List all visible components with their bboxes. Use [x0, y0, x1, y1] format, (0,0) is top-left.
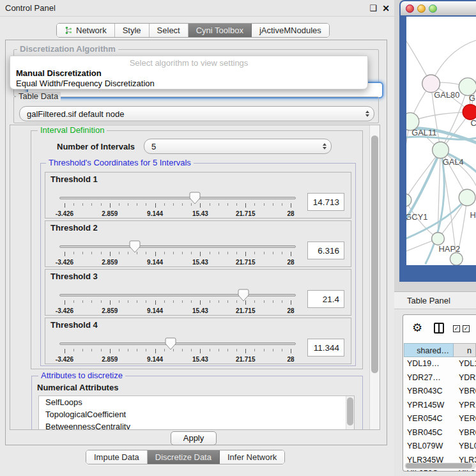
threshold-slider[interactable]: -3.4262.8599.14415.4321.71528 [59, 192, 296, 219]
tab-cyni-toolbox[interactable]: Cyni Toolbox [188, 24, 252, 37]
threshold-slider[interactable]: -3.4262.8599.14415.4321.71528 [59, 240, 296, 267]
network-node[interactable] [432, 233, 445, 245]
minimize-traffic-light-icon[interactable] [417, 4, 426, 13]
columns-icon[interactable] [434, 323, 444, 334]
slider-ticks [65, 252, 291, 257]
table-row[interactable]: YBR045CYBR0 [404, 426, 476, 440]
tab-discretize-data[interactable]: Discretize Data [148, 450, 220, 464]
algorithm-option[interactable]: Manual Discretization [10, 68, 367, 79]
table-header-row: shared… n [404, 343, 476, 357]
settings-scrollbar[interactable] [369, 125, 380, 429]
tab-jactivemnodules[interactable]: jActiveMNodules [252, 24, 329, 37]
attribute-item[interactable]: SelfLoops [39, 396, 354, 408]
threshold-panel: Threshold 4 -3.4262.8599.14415.4321.7152… [45, 318, 351, 364]
cell-name: YBL0 [454, 440, 476, 454]
deselect-all-checkbox-icon[interactable]: ✓ [463, 325, 470, 332]
cell-name: YPR1 [454, 399, 476, 413]
network-node[interactable] [406, 194, 411, 206]
attributes-scrollbar[interactable] [346, 396, 354, 430]
control-panel-titlebar: Control Panel ❑ ✕ [0, 0, 394, 17]
numerical-attributes-list[interactable]: SelfLoopsTopologicalCoefficientBetweenne… [38, 395, 355, 430]
slider-thumb[interactable] [189, 192, 201, 204]
table-data-group: galFiltered.sif default node [13, 96, 379, 123]
slider-thumb[interactable] [129, 240, 141, 253]
node-table: ⚙ ✓ ✓ shared… n YDL19…YDL1YDR27…YDR2YBR0… [403, 314, 476, 472]
node-label: GAL11 [411, 128, 436, 137]
network-view-window: GAL80GCGAL11GAL4GCY1HHAP2 [399, 0, 476, 282]
zoom-traffic-light-icon[interactable] [429, 4, 437, 13]
cell-shared-name: YDR27… [404, 371, 454, 385]
screenshot-root: Control Panel ❑ ✕ NetworkStyleSelectCyni… [0, 0, 476, 476]
algorithm-option[interactable]: Equal Width/Frequency Discretization [10, 79, 367, 89]
table-data-value: galFiltered.sif default node [20, 109, 362, 119]
select-all-checkbox-icon[interactable]: ✓ [453, 325, 460, 332]
slider-track[interactable] [59, 245, 296, 248]
tab-infer-network[interactable]: Infer Network [220, 450, 284, 464]
threshold-panel: Threshold 3 -3.4262.8599.14415.4321.7152… [45, 269, 351, 316]
tab-select[interactable]: Select [150, 24, 188, 37]
apply-button[interactable]: Apply [171, 431, 217, 445]
column-header-name[interactable]: n [454, 343, 476, 357]
interval-definition-title: Interval Definition [38, 126, 107, 135]
tab-label: jActiveMNodules [259, 24, 321, 37]
number-of-intervals-label: Number of Intervals [57, 141, 135, 153]
network-icon [65, 26, 73, 35]
number-of-intervals-combobox[interactable]: 5 [144, 139, 332, 154]
network-node[interactable] [433, 142, 449, 158]
network-node[interactable] [459, 189, 475, 206]
slider-ticks [65, 300, 291, 305]
table-data-combobox[interactable]: galFiltered.sif default node [19, 106, 374, 121]
table-row[interactable]: YPR145WYPR1 [404, 399, 476, 413]
table-row[interactable]: YBR043CYBR0 [404, 385, 476, 399]
node-label: C [470, 118, 476, 128]
attribute-item[interactable]: TopologicalCoefficient [39, 408, 354, 420]
threshold-value-field[interactable]: 21.4 [307, 290, 344, 308]
attribute-items: SelfLoopsTopologicalCoefficientBetweenne… [39, 396, 354, 430]
table-horizontal-scrollbar[interactable] [404, 463, 476, 469]
tab-style[interactable]: Style [115, 24, 150, 37]
discretization-algorithm-group-title: Discretization Algorithm [17, 45, 118, 54]
tab-network[interactable]: Network [57, 24, 115, 37]
float-window-icon[interactable]: ❑ [367, 0, 379, 17]
table-row[interactable]: YBL079WYBL0 [404, 440, 476, 454]
table-row[interactable]: YDL19…YDL1 [404, 357, 476, 371]
threshold-slider[interactable]: -3.4262.8599.14415.4321.71528 [59, 289, 296, 316]
slider-track[interactable] [59, 294, 296, 296]
table-row[interactable]: YDR27…YDR2 [404, 371, 476, 385]
threshold-label: Threshold 1 [50, 174, 98, 184]
threshold-value-field[interactable]: 11.344 [307, 339, 344, 357]
slider-ticks [65, 349, 291, 354]
node-label: GAL80 [434, 90, 459, 100]
network-window-titlebar [401, 1, 476, 15]
network-node[interactable] [463, 105, 476, 120]
slider-thumb[interactable] [165, 337, 176, 350]
table-row[interactable]: YER054CYER0 [404, 412, 476, 426]
cell-shared-name: YBL079W [404, 440, 454, 454]
slider-thumb[interactable] [238, 289, 249, 302]
node-label: GCY1 [406, 212, 427, 222]
node-label: HAP2 [439, 244, 461, 254]
network-canvas[interactable]: GAL80GCGAL11GAL4GCY1HHAP2 [406, 17, 476, 265]
attributes-scrollbar-thumb[interactable] [347, 397, 353, 426]
algorithm-options: Manual DiscretizationEqual Width/Frequen… [10, 68, 367, 89]
combo-stepper-icon [362, 111, 374, 117]
slider-ticks [65, 203, 291, 208]
threshold-value-field[interactable]: 6.316 [307, 242, 344, 259]
network-node[interactable] [450, 252, 463, 265]
column-header-shared-name[interactable]: shared… [404, 343, 454, 357]
slider-track[interactable] [59, 342, 296, 345]
threshold-panel: Threshold 2 -3.4262.8599.14415.4321.7152… [45, 220, 351, 267]
table-panel-titlebar: Table Panel [394, 291, 476, 309]
threshold-slider[interactable]: -3.4262.8599.14415.4321.71528 [59, 337, 296, 364]
node-label: H [470, 210, 475, 220]
attribute-item[interactable]: BetweennessCentrality [39, 420, 354, 430]
tab-impute-data[interactable]: Impute Data [86, 450, 148, 464]
table-horizontal-scrollbar-thumb[interactable] [406, 463, 472, 468]
slider-track[interactable] [59, 197, 296, 199]
threshold-value-field[interactable]: 14.713 [307, 193, 344, 211]
gear-icon[interactable]: ⚙ [412, 321, 422, 335]
top-tab-bar: NetworkStyleSelectCyni ToolboxjActiveMNo… [56, 23, 330, 38]
settings-scrollbar-thumb[interactable] [371, 135, 378, 373]
close-window-icon[interactable]: ✕ [380, 0, 392, 17]
close-traffic-light-icon[interactable] [406, 4, 414, 13]
